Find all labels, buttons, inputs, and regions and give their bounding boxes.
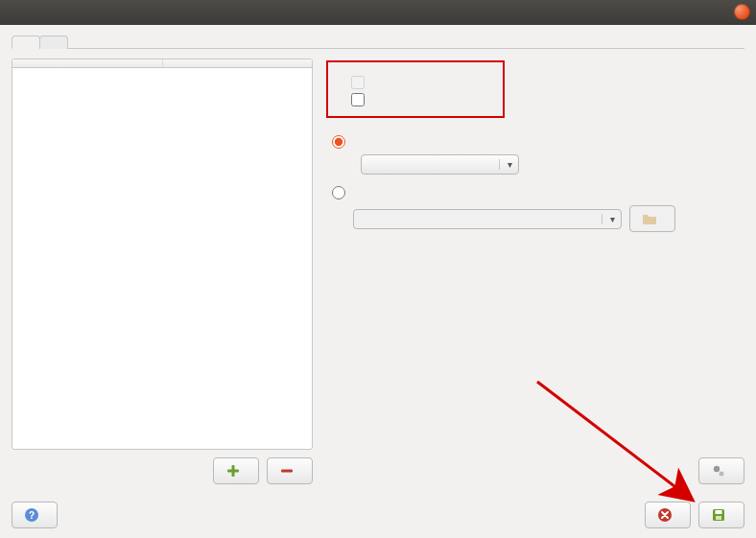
- tabs: [12, 35, 744, 49]
- remove-button[interactable]: [267, 457, 313, 484]
- connected-row: [334, 74, 497, 91]
- svg-rect-9: [716, 510, 722, 514]
- svg-rect-10: [716, 516, 721, 520]
- save-icon: [711, 507, 726, 523]
- svg-text:?: ?: [29, 510, 35, 521]
- svg-point-4: [720, 472, 724, 477]
- minus-icon: [279, 463, 295, 479]
- power-on-checkbox[interactable]: [351, 93, 365, 106]
- folder-icon: [642, 211, 657, 226]
- svg-rect-2: [281, 470, 293, 473]
- physical-drive-radio[interactable]: [332, 135, 345, 149]
- plus-icon: [225, 463, 241, 479]
- physical-drive-row[interactable]: [326, 133, 744, 151]
- cancel-icon: [657, 507, 673, 523]
- help-button[interactable]: ?: [12, 502, 58, 528]
- power-on-row[interactable]: [334, 91, 497, 108]
- gears-icon: [711, 463, 726, 479]
- tab-options[interactable]: [39, 35, 68, 49]
- add-button[interactable]: [213, 457, 259, 484]
- help-icon: ?: [24, 507, 39, 523]
- advanced-button[interactable]: [698, 457, 744, 484]
- device-select[interactable]: [361, 154, 519, 175]
- iso-path-select: [353, 209, 622, 229]
- connected-checkbox: [351, 76, 365, 89]
- chevron-down-icon: [499, 159, 512, 170]
- tab-hardware[interactable]: [12, 35, 40, 49]
- cancel-button[interactable]: [645, 502, 691, 528]
- col-summary[interactable]: [162, 59, 312, 68]
- device-status-highlight: [326, 60, 505, 118]
- titlebar: [0, 0, 756, 25]
- close-icon[interactable]: [734, 4, 750, 20]
- browse-button: [629, 205, 675, 232]
- chevron-down-icon: [602, 214, 615, 224]
- iso-row[interactable]: [326, 184, 744, 201]
- svg-rect-1: [227, 470, 239, 473]
- device-table[interactable]: [12, 58, 313, 450]
- svg-point-3: [714, 466, 720, 472]
- col-device[interactable]: [12, 59, 162, 68]
- iso-radio[interactable]: [332, 186, 345, 199]
- save-button[interactable]: [698, 502, 744, 528]
